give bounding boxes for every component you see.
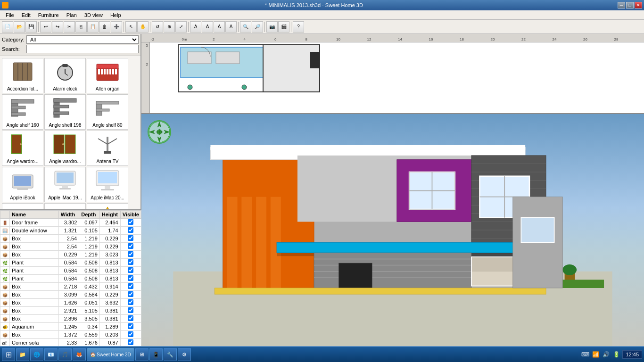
menu-item-help[interactable]: Help (107, 11, 125, 19)
svg-rect-60 (216, 52, 239, 64)
toolbar-btn-video[interactable]: 🎬 (278, 21, 289, 33)
table-row[interactable]: 📦 Box 1.372 0.559 0.203 (0, 331, 141, 339)
table-row[interactable]: 🌿 Plant 0.584 0.508 0.813 (0, 275, 141, 283)
start-button[interactable]: ⊞ (2, 348, 15, 361)
taskbar-app-8[interactable]: 📱 (149, 348, 163, 361)
taskbar-app-7[interactable]: 🖥 (135, 348, 149, 361)
taskbar-app-10[interactable]: ⚙ (178, 348, 191, 361)
toolbar-btn-help[interactable]: ? (293, 21, 304, 33)
row-visible[interactable] (120, 243, 141, 251)
svg-line-36 (107, 139, 117, 144)
search-input[interactable] (26, 45, 139, 53)
table-row[interactable]: 🚪 Door frame 3.302 0.097 2.464 (0, 219, 141, 227)
row-visible[interactable] (120, 251, 141, 259)
nav-compass[interactable] (147, 120, 172, 144)
toolbar-btn-zoom_in[interactable]: 🔍 (240, 21, 251, 33)
toolbar-btn-delete[interactable]: 🗑 (99, 21, 110, 33)
menu-item-edit[interactable]: Edit (18, 11, 34, 19)
toolbar-btn-save[interactable]: 💾 (25, 21, 37, 33)
category-select[interactable]: All (26, 35, 139, 44)
toolbar-btn-move[interactable]: ⊕ (164, 21, 175, 33)
menu-item-furniture[interactable]: Furniture (34, 11, 63, 19)
row-visible[interactable] (120, 275, 141, 283)
minimize-button[interactable]: ─ (618, 2, 625, 8)
row-visible[interactable] (120, 283, 141, 291)
row-visible[interactable] (120, 299, 141, 307)
toolbar-btn-text4[interactable]: A (225, 21, 237, 33)
toolbar-btn-open[interactable]: 📂 (14, 21, 25, 33)
toolbar-btn-redo[interactable]: ↪ (52, 21, 63, 33)
taskbar-app-sh3d[interactable]: 🏠Sweet Home 3D (87, 348, 134, 361)
toolbar-btn-paste[interactable]: 📋 (87, 21, 99, 33)
table-row[interactable]: 📦 Box 1.626 0.051 3.632 (0, 299, 141, 307)
table-row[interactable]: 🌿 Plant 0.584 0.508 0.813 (0, 267, 141, 275)
furniture-item-angle-shelf-160[interactable]: Angle shelf 160 (2, 94, 43, 130)
furniture-item-apple-imac-19[interactable]: Apple iMac 19... (44, 167, 86, 202)
toolbar-btn-rotate[interactable]: ↺ (152, 21, 163, 33)
row-visible[interactable] (120, 259, 141, 267)
table-row[interactable]: 🌿 Plant 0.584 0.508 0.813 (0, 259, 141, 267)
table-row[interactable]: 📦 Box 2.718 0.432 0.914 (0, 283, 141, 291)
toolbar-btn-zoom_out[interactable]: 🔎 (252, 21, 263, 33)
maximize-button[interactable]: □ (626, 2, 634, 8)
toolbar-btn-text3[interactable]: A (214, 21, 225, 33)
taskbar-app-music[interactable]: 🎵 (58, 348, 72, 361)
toolbar-btn-new[interactable]: 📄 (2, 21, 13, 33)
menu-item-3d-view[interactable]: 3D view (81, 11, 107, 19)
toolbar-btn-text2[interactable]: A (202, 21, 213, 33)
toolbar-btn-undo[interactable]: ↩ (40, 21, 51, 33)
taskbar-app-browser[interactable]: 🌐 (30, 348, 43, 361)
row-visible[interactable] (120, 307, 141, 315)
table-row[interactable]: 🪟 Double window 1.321 0.105 1.74 (0, 227, 141, 235)
row-visible[interactable] (120, 339, 141, 346)
table-row[interactable]: 📦 Box 2.921 5.105 0.381 (0, 307, 141, 315)
furniture-item-angle-shelf-80[interactable]: Angle shelf 80 (87, 94, 128, 130)
furniture-item-antena-tv[interactable]: Antena TV (87, 131, 128, 166)
table-row[interactable]: 📦 Box 0.229 1.219 3.023 (0, 251, 141, 259)
furniture-item-apple-imac-20[interactable]: Apple iMac 20... (87, 167, 128, 202)
taskbar-app-9[interactable]: 🔧 (164, 348, 177, 361)
row-visible[interactable] (120, 235, 141, 243)
row-height: 0.914 (99, 283, 120, 291)
toolbar-btn-text[interactable]: A (190, 21, 201, 33)
taskbar-app-folder[interactable]: 📁 (16, 348, 29, 361)
row-visible[interactable] (120, 323, 141, 331)
taskbar-app-firefox[interactable]: 🦊 (73, 348, 86, 361)
table-row[interactable]: 🛋 Corner sofa 2.33 1.676 0.87 (0, 339, 141, 346)
furniture-item-angle-shelf-198[interactable]: Angle shelf 198 (44, 94, 86, 130)
toolbar-btn-copy[interactable]: ⎘ (75, 21, 87, 33)
furniture-item-angle-wardro2[interactable]: Angle wardro... (44, 131, 86, 166)
plan-canvas[interactable] (150, 42, 644, 113)
furniture-item-alarm-clock[interactable]: Alarm clock (44, 58, 86, 93)
taskbar-app-email[interactable]: 📧 (44, 348, 58, 361)
menu-item-file[interactable]: File (2, 11, 18, 19)
row-name: Box (10, 331, 59, 339)
toolbar-btn-add[interactable]: ➕ (111, 21, 122, 33)
menu-item-plan[interactable]: Plan (63, 11, 81, 19)
floor-plan[interactable]: -20m246810121416182022242628 52 (141, 34, 644, 114)
row-visible[interactable] (120, 219, 141, 227)
toolbar-btn-select[interactable]: ↖ (125, 21, 137, 33)
toolbar-separator (124, 22, 124, 32)
row-height: 0.203 (99, 331, 120, 339)
table-row[interactable]: 🐠 Aquarium 1.245 0.34 1.289 (0, 323, 141, 331)
row-visible[interactable] (120, 315, 141, 323)
row-visible[interactable] (120, 331, 141, 339)
toolbar-btn-resize[interactable]: ⤢ (175, 21, 187, 33)
furniture-item-allen-organ[interactable]: Allen organ (87, 58, 128, 93)
row-visible[interactable] (120, 227, 141, 235)
furniture-item-apple-ibook[interactable]: Apple iBook (2, 167, 43, 202)
3d-view[interactable] (141, 114, 644, 346)
table-row[interactable]: 📦 Box 2.896 3.505 0.381 (0, 315, 141, 323)
table-row[interactable]: 📦 Box 2.54 1.219 0.229 (0, 235, 141, 243)
toolbar-btn-cut[interactable]: ✂ (64, 21, 75, 33)
furniture-item-angle-wardro1[interactable]: Angle wardro... (2, 131, 43, 166)
table-row[interactable]: 📦 Box 2.54 1.219 0.229 (0, 243, 141, 251)
close-button[interactable]: ✕ (635, 2, 642, 8)
row-visible[interactable] (120, 267, 141, 275)
row-visible[interactable] (120, 291, 141, 299)
toolbar-btn-pan[interactable]: ✋ (137, 21, 149, 33)
toolbar-btn-photo[interactable]: 📷 (266, 21, 278, 33)
furniture-item-accordion-fol[interactable]: Accordion fol... (2, 58, 43, 93)
table-row[interactable]: 📦 Box 3.099 0.584 0.229 (0, 291, 141, 299)
